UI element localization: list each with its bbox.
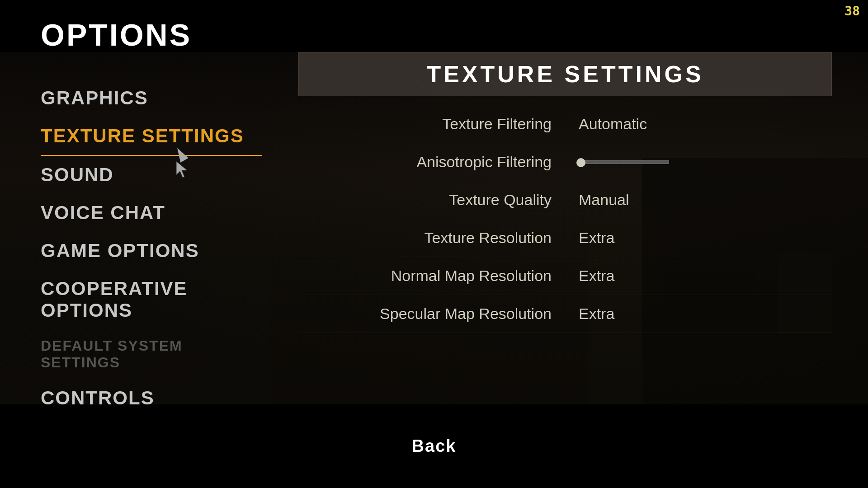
specular-map-resolution-label: Specular Map Resolution	[307, 305, 579, 323]
setting-row-specular-map-resolution: Specular Map Resolution Extra	[298, 295, 832, 333]
setting-row-normal-map-resolution: Normal Map Resolution Extra	[298, 257, 832, 295]
specular-map-resolution-value[interactable]: Extra	[579, 305, 823, 323]
anisotropic-slider-container[interactable]	[579, 160, 823, 164]
nav-item-voice-chat[interactable]: VOICE CHAT	[41, 194, 262, 232]
texture-resolution-label: Texture Resolution	[307, 229, 579, 247]
nav-item-graphics[interactable]: GRAPHICS	[41, 79, 262, 117]
setting-row-anisotropic-filtering: Anisotropic Filtering	[298, 143, 832, 181]
normal-map-resolution-value[interactable]: Extra	[579, 267, 823, 285]
nav-item-sound[interactable]: SOUND	[41, 156, 262, 194]
anisotropic-filtering-value[interactable]	[579, 160, 823, 164]
nav-item-texture-settings[interactable]: TEXTURE SETTINGS	[41, 117, 262, 156]
nav-item-game-options[interactable]: GAME OPTIONS	[41, 232, 262, 270]
anisotropic-slider-track[interactable]	[579, 160, 669, 164]
back-button[interactable]: Back	[412, 436, 457, 456]
page-title: OPTIONS	[41, 17, 192, 52]
setting-row-texture-resolution: Texture Resolution Extra	[298, 219, 832, 257]
main-content: GRAPHICS TEXTURE SETTINGS SOUND VOICE CH…	[0, 52, 868, 404]
panel-title: TEXTURE SETTINGS	[426, 61, 703, 87]
anisotropic-filtering-label: Anisotropic Filtering	[307, 153, 579, 171]
corner-number: 38	[844, 4, 860, 19]
setting-row-texture-filtering: Texture Filtering Automatic	[298, 105, 832, 143]
left-nav: GRAPHICS TEXTURE SETTINGS SOUND VOICE CH…	[0, 52, 262, 404]
texture-filtering-label: Texture Filtering	[307, 115, 579, 133]
nav-item-default-system-settings: DEFAULT SYSTEM SETTINGS	[41, 329, 262, 379]
settings-table: Texture Filtering Automatic Anisotropic …	[298, 105, 832, 333]
panel-header: TEXTURE SETTINGS	[298, 52, 832, 96]
texture-filtering-value[interactable]: Automatic	[579, 115, 823, 133]
setting-row-texture-quality: Texture Quality Manual	[298, 181, 832, 219]
anisotropic-slider-thumb[interactable]	[576, 158, 585, 167]
normal-map-resolution-label: Normal Map Resolution	[307, 267, 579, 285]
right-panel: TEXTURE SETTINGS Texture Filtering Autom…	[262, 52, 868, 404]
nav-item-controls[interactable]: CONTROLS	[41, 379, 262, 417]
top-bar: 38 OPTIONS	[0, 0, 868, 52]
texture-quality-value[interactable]: Manual	[579, 191, 823, 209]
texture-quality-label: Texture Quality	[307, 191, 579, 209]
texture-resolution-value[interactable]: Extra	[579, 229, 823, 247]
nav-item-cooperative-options[interactable]: COOPERATIVE OPTIONS	[41, 270, 262, 329]
